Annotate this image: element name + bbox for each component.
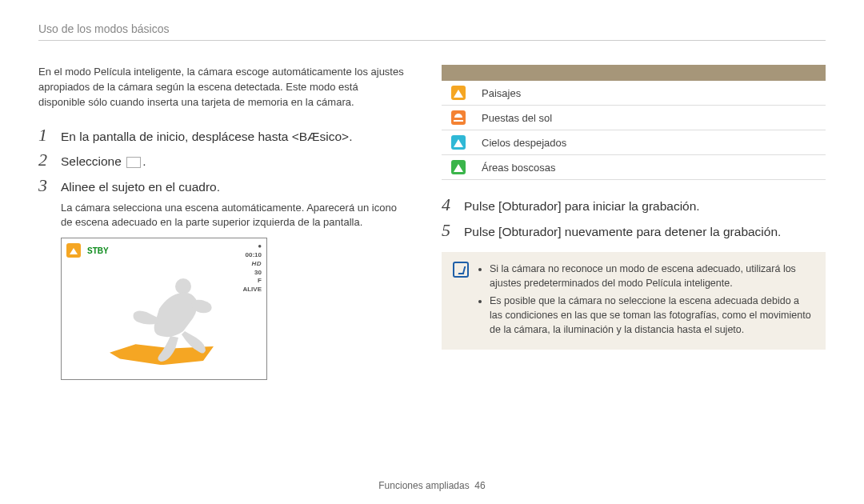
table-row: Paisajes <box>442 81 826 106</box>
step-text: Alinee el sujeto en el cuadro. <box>61 178 220 198</box>
f-label: F <box>258 278 262 285</box>
forest-icon <box>451 160 466 174</box>
screen-right-indicators: ● 00:10 HD 30 F ALIVE <box>242 243 262 294</box>
intro-paragraph: En el modo Película inteligente, la cáma… <box>38 65 406 110</box>
hd-badge: HD <box>251 261 262 268</box>
footer-page-number: 46 <box>474 480 485 491</box>
table-header-label <box>475 65 826 81</box>
step-number: 3 <box>38 175 51 196</box>
scene-label: Puestas del sol <box>475 106 826 130</box>
step-number: 5 <box>442 220 454 241</box>
page-footer: Funciones ampliadas 46 <box>0 480 864 491</box>
step-text: Pulse [Obturador] nuevamente para detene… <box>464 222 781 242</box>
footer-section: Funciones ampliadas <box>378 480 469 491</box>
table-row: Cielos despejados <box>442 130 826 155</box>
step-text: En la pantalla de inicio, desplácese has… <box>61 127 352 147</box>
note-item: Es posible que la cámara no seleccione l… <box>490 294 814 337</box>
note-list: Si la cámara no reconoce un modo de esce… <box>478 262 814 341</box>
clear-sky-icon <box>451 135 466 150</box>
stby-label: STBY <box>87 246 109 255</box>
scene-label: Paisajes <box>475 81 826 106</box>
step-number: 2 <box>38 150 51 170</box>
fps-label: 30 <box>254 270 262 277</box>
step-4: 4 Pulse [Obturador] para iniciar la grab… <box>442 194 826 217</box>
rec-indicator: ● <box>258 243 262 250</box>
scene-chip-icon <box>66 243 81 258</box>
alive-label: ALIVE <box>242 286 262 294</box>
scene-icon-table: Paisajes Puestas del sol Cielos despejad… <box>442 65 826 180</box>
skater-silhouette <box>113 262 225 374</box>
note-icon <box>453 262 469 278</box>
step-number: 4 <box>442 194 454 215</box>
scene-label: Cielos despejados <box>475 130 826 155</box>
scene-label: Áreas boscosas <box>475 155 826 180</box>
step-5: 5 Pulse [Obturador] nuevamente para dete… <box>442 220 826 242</box>
breadcrumb: Uso de los modos básicos <box>38 22 826 35</box>
divider <box>38 40 826 41</box>
step-text: Seleccione . <box>61 152 146 172</box>
note-box: Si la cámara no reconoce un modo de esce… <box>442 252 826 350</box>
step-2: 2 Seleccione . <box>38 150 406 172</box>
note-item: Si la cámara no reconoce un modo de esce… <box>490 262 814 290</box>
landscape-icon <box>451 86 466 100</box>
mode-placeholder-icon <box>126 157 141 168</box>
step-3-subtext: La cámara selecciona una escena automáti… <box>61 201 406 230</box>
table-row: Puestas del sol <box>442 106 826 130</box>
table-row: Áreas boscosas <box>442 155 826 180</box>
svg-point-0 <box>175 278 191 294</box>
camera-screen-illustration: STBY ● 00:10 HD 30 F ALIVE <box>61 238 267 380</box>
table-header-icon <box>442 65 475 81</box>
step-text: Pulse [Obturador] para iniciar la grabac… <box>464 197 700 217</box>
step-3: 3 Alinee el sujeto en el cuadro. <box>38 175 406 198</box>
rec-time: 00:10 <box>246 252 262 259</box>
sunset-icon <box>451 110 466 125</box>
step-number: 1 <box>38 125 51 146</box>
step-1: 1 En la pantalla de inicio, desplácese h… <box>38 125 406 147</box>
